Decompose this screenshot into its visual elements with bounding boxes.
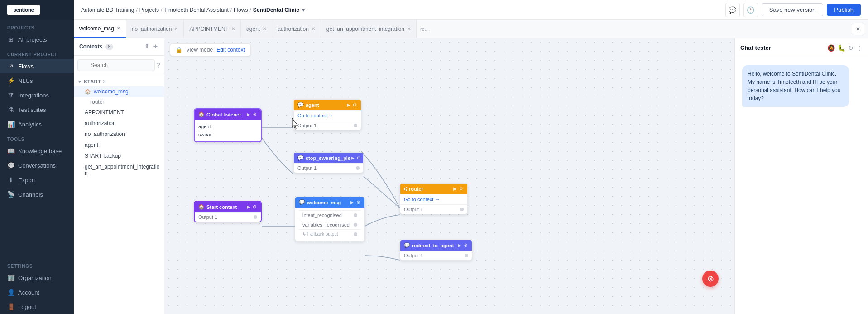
upload-icon-button[interactable]: ⬆: [144, 42, 151, 52]
bolt-icon: ⚡: [7, 77, 14, 84]
history-icon-button[interactable]: 🕐: [743, 3, 758, 17]
go-to-context-link[interactable]: Go to context →: [294, 110, 361, 121]
sidebar-item-account[interactable]: 👤 Account: [0, 285, 74, 300]
chat-icon: 💬: [297, 102, 304, 108]
breadcrumb-dropdown-icon[interactable]: ▾: [302, 7, 305, 13]
tab-get-appointment[interactable]: get_an_appointment_integration ✕: [321, 20, 417, 38]
bug-icon-button[interactable]: 🐛: [838, 44, 845, 52]
node-play-button[interactable]: ▶: [457, 242, 462, 248]
sidebar-item-knowledge-base[interactable]: 📖 Knowledge base: [0, 144, 74, 158]
canvas-area[interactable]: 🔒 View mode Edit context: [164, 38, 734, 314]
go-to-context-link[interactable]: Go to context →: [400, 194, 467, 204]
sidebar-item-conversations[interactable]: 💬 Conversations: [0, 158, 74, 173]
tab-close-icon[interactable]: ✕: [312, 26, 315, 31]
context-subitem-router[interactable]: router: [74, 97, 164, 107]
node-global-listener[interactable]: 🏠 Global listener ▶ ⚙ agent swear: [194, 108, 262, 142]
context-item-no-authorization[interactable]: no_authorization: [74, 129, 164, 140]
sidebar-item-logout[interactable]: 🚪 Logout: [0, 300, 74, 314]
search-input[interactable]: [77, 59, 155, 71]
tab-close-icon[interactable]: ✕: [117, 26, 120, 31]
help-icon[interactable]: ?: [157, 62, 160, 69]
home-icon: 🏠: [198, 111, 205, 117]
tab-close-icon[interactable]: ✕: [407, 26, 411, 31]
content-area: Contexts 8 ⬆ + 🔍 ? ▼ START: [74, 38, 868, 314]
node-settings-button[interactable]: ⚙: [352, 102, 357, 108]
publish-button[interactable]: Publish: [827, 4, 861, 16]
more-options-icon-button[interactable]: ⋮: [856, 44, 863, 52]
section-label: START: [84, 79, 101, 84]
node-start-context[interactable]: 🏠 Start context ▶ ⚙ Output 1: [194, 201, 262, 222]
context-item-agent[interactable]: agent: [74, 140, 164, 150]
node-settings-button[interactable]: ⚙: [459, 186, 464, 192]
topbar: Automate BD Training / Projects / Timote…: [74, 0, 868, 20]
node-welcome-msg[interactable]: 💬 welcome_msg ▶ ⚙ intent_recognised vari…: [295, 197, 365, 242]
node-play-button[interactable]: ▶: [453, 186, 457, 192]
search-box: 🔍 ?: [74, 56, 164, 75]
node-router-top[interactable]: ⑆ router ▶ ⚙ Go to context → Output 1: [400, 183, 468, 214]
sidebar-item-label: Export: [18, 177, 35, 184]
node-agent-top[interactable]: 💬 agent ▶ ⚙ Go to context → Output 1: [293, 99, 361, 130]
node-play-button[interactable]: ▶: [346, 102, 351, 108]
sidebar-item-organization[interactable]: 🏢 Organization: [0, 271, 74, 285]
breadcrumb-item[interactable]: Automate BD Training: [81, 7, 134, 13]
node-play-button[interactable]: ▶: [350, 199, 355, 205]
context-item-get-appointment-integration[interactable]: get_an_appointment_integratio n: [74, 161, 164, 179]
node-settings-button[interactable]: ⚙: [356, 155, 361, 161]
output-dot: [460, 208, 464, 211]
chat-icon: 💬: [7, 162, 14, 169]
context-item-authorization[interactable]: authorization: [74, 118, 164, 129]
node-play-button[interactable]: ▶: [350, 155, 355, 161]
tab-close-icon[interactable]: ✕: [263, 26, 266, 31]
close-panel-button[interactable]: ✕: [852, 23, 864, 35]
context-item-start-backup[interactable]: START backup: [74, 150, 164, 161]
add-context-icon-button[interactable]: +: [153, 42, 158, 52]
node-settings-button[interactable]: ⚙: [252, 111, 257, 117]
breadcrumb-item[interactable]: Projects: [139, 7, 159, 13]
save-new-version-button[interactable]: Save new version: [762, 3, 824, 16]
output-dot: [356, 166, 360, 170]
sidebar-item-flows[interactable]: ↗ Flows: [0, 59, 74, 73]
tab-bar: welcome_msg ✕ no_authorization ✕ APPOINT…: [74, 20, 868, 38]
flow-icon: ↗: [7, 63, 14, 70]
context-item-label: APPOINTMENT: [85, 109, 124, 116]
tab-appointment[interactable]: APPOINTMENT ✕: [184, 20, 241, 38]
node-item: swear: [198, 130, 257, 139]
sidebar-item-export[interactable]: ⬇ Export: [0, 173, 74, 187]
node-play-button[interactable]: ▶: [246, 204, 251, 210]
context-item-appointment[interactable]: APPOINTMENT: [74, 107, 164, 118]
node-settings-button[interactable]: ⚙: [252, 204, 257, 210]
breadcrumb-item-current[interactable]: SentiDental Clinic: [253, 7, 299, 13]
sidebar-item-analytics[interactable]: 📊 Analytics: [0, 117, 74, 131]
sidebar-item-channels[interactable]: 📡 Channels: [0, 187, 74, 202]
view-mode-banner: 🔒 View mode Edit context: [170, 43, 251, 56]
breadcrumb-item[interactable]: Flows: [234, 7, 248, 13]
fab-button[interactable]: ⊗: [702, 271, 719, 287]
sidebar-item-integrations[interactable]: ⧩ Integrations: [0, 88, 74, 102]
edit-context-link[interactable]: Edit context: [216, 47, 245, 53]
node-play-button[interactable]: ▶: [246, 111, 251, 117]
sidebar-item-test-suites[interactable]: ⚗ Test suites: [0, 102, 74, 117]
tab-close-icon[interactable]: ✕: [231, 26, 235, 31]
output-dot: [465, 254, 468, 257]
output-label: intent_recognised: [302, 213, 342, 218]
breadcrumb-item[interactable]: Timoteeth Dental Assistant: [164, 7, 228, 13]
tab-agent[interactable]: agent ✕: [241, 20, 272, 38]
node-stop-swearing[interactable]: 💬 stop_swearing_pls ▶ ⚙ Output 1: [293, 152, 364, 173]
section-collapse-icon[interactable]: ▼: [77, 79, 82, 84]
node-item: agent: [198, 122, 257, 130]
tab-no-authorization[interactable]: no_authorization ✕: [126, 20, 184, 38]
node-redirect-to-agent[interactable]: 💬 redirect_to_agent ▶ ⚙ Output 1: [400, 240, 472, 261]
comments-icon-button[interactable]: 💬: [725, 3, 740, 17]
sidebar-item-label: Conversations: [18, 162, 56, 169]
refresh-icon-button[interactable]: ↻: [848, 44, 854, 52]
tab-close-icon[interactable]: ✕: [174, 26, 178, 31]
context-item-welcome-msg[interactable]: 🏠 welcome_msg: [74, 86, 164, 97]
tab-welcome-msg[interactable]: welcome_msg ✕: [74, 20, 126, 38]
node-settings-button[interactable]: ⚙: [463, 242, 468, 248]
sidebar-item-all-projects[interactable]: ⊞ All projects: [0, 32, 74, 47]
sidebar-item-nlus[interactable]: ⚡ NLUs: [0, 73, 74, 88]
tab-authorization[interactable]: authorization ✕: [272, 20, 321, 38]
node-settings-button[interactable]: ⚙: [356, 199, 361, 205]
mute-icon-button[interactable]: 🔕: [827, 44, 835, 52]
output-dot: [354, 223, 357, 227]
